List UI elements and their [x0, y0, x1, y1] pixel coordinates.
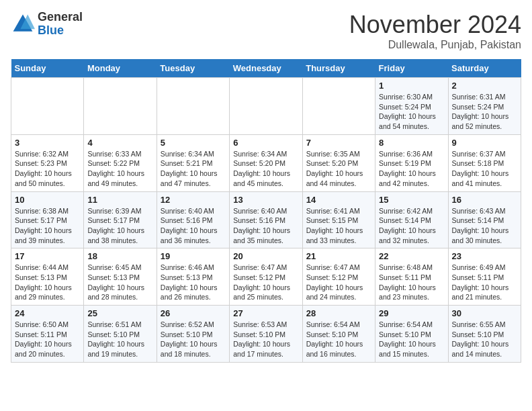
day-cell: 1Sunrise: 6:30 AMSunset: 5:24 PMDaylight… [375, 78, 448, 135]
day-number: 7 [306, 138, 371, 148]
day-number: 18 [87, 251, 152, 261]
day-cell: 5Sunrise: 6:34 AMSunset: 5:21 PMDaylight… [157, 134, 229, 191]
day-info: Sunrise: 6:54 AMSunset: 5:10 PMDaylight:… [379, 320, 444, 359]
day-cell: 22Sunrise: 6:48 AMSunset: 5:11 PMDayligh… [375, 248, 448, 306]
day-number: 14 [306, 195, 371, 205]
title-block: November 2024 Dullewala, Punjab, Pakista… [349, 11, 521, 51]
day-cell: 25Sunrise: 6:51 AMSunset: 5:10 PMDayligh… [84, 306, 157, 363]
day-cell: 17Sunrise: 6:44 AMSunset: 5:13 PMDayligh… [11, 248, 84, 306]
day-info: Sunrise: 6:34 AMSunset: 5:21 PMDaylight:… [161, 149, 226, 189]
day-cell: 28Sunrise: 6:54 AMSunset: 5:10 PMDayligh… [302, 306, 375, 363]
day-cell: 11Sunrise: 6:39 AMSunset: 5:17 PMDayligh… [84, 191, 157, 248]
day-cell [302, 78, 375, 135]
logo-blue: Blue [38, 24, 64, 37]
day-info: Sunrise: 6:36 AMSunset: 5:19 PMDaylight:… [379, 149, 444, 189]
day-info: Sunrise: 6:40 AMSunset: 5:16 PMDaylight:… [161, 206, 226, 246]
day-cell [11, 78, 84, 135]
day-number: 20 [233, 251, 298, 261]
day-cell: 21Sunrise: 6:47 AMSunset: 5:12 PMDayligh… [302, 248, 375, 306]
day-number: 8 [379, 138, 444, 148]
day-info: Sunrise: 6:43 AMSunset: 5:14 PMDaylight:… [452, 206, 517, 246]
day-info: Sunrise: 6:39 AMSunset: 5:17 PMDaylight:… [87, 206, 152, 246]
day-number: 3 [15, 138, 80, 148]
day-cell: 13Sunrise: 6:40 AMSunset: 5:16 PMDayligh… [230, 191, 302, 248]
logo-text: General Blue [38, 11, 83, 38]
header-row: SundayMondayTuesdayWednesdayThursdayFrid… [11, 59, 521, 78]
day-cell: 19Sunrise: 6:46 AMSunset: 5:13 PMDayligh… [157, 248, 229, 306]
day-number: 24 [15, 308, 80, 318]
day-info: Sunrise: 6:49 AMSunset: 5:11 PMDaylight:… [452, 263, 517, 302]
day-info: Sunrise: 6:34 AMSunset: 5:20 PMDaylight:… [233, 149, 298, 189]
day-number: 17 [15, 251, 80, 261]
day-info: Sunrise: 6:54 AMSunset: 5:10 PMDaylight:… [306, 320, 371, 359]
day-number: 2 [452, 81, 517, 91]
month-title: November 2024 [349, 11, 521, 39]
day-cell: 16Sunrise: 6:43 AMSunset: 5:14 PMDayligh… [448, 191, 521, 248]
day-number: 26 [161, 308, 226, 318]
day-cell: 3Sunrise: 6:32 AMSunset: 5:23 PMDaylight… [11, 134, 84, 191]
week-row-5: 24Sunrise: 6:50 AMSunset: 5:11 PMDayligh… [11, 306, 521, 363]
day-number: 21 [306, 251, 371, 261]
day-number: 19 [161, 251, 226, 261]
day-info: Sunrise: 6:52 AMSunset: 5:10 PMDaylight:… [161, 320, 226, 359]
day-info: Sunrise: 6:50 AMSunset: 5:11 PMDaylight:… [15, 320, 80, 359]
day-cell: 9Sunrise: 6:37 AMSunset: 5:18 PMDaylight… [448, 134, 521, 191]
day-cell: 29Sunrise: 6:54 AMSunset: 5:10 PMDayligh… [375, 306, 448, 363]
day-info: Sunrise: 6:51 AMSunset: 5:10 PMDaylight:… [87, 320, 152, 359]
day-number: 11 [87, 195, 152, 205]
day-number: 5 [161, 138, 226, 148]
day-number: 25 [87, 308, 152, 318]
week-row-4: 17Sunrise: 6:44 AMSunset: 5:13 PMDayligh… [11, 248, 521, 306]
day-cell: 4Sunrise: 6:33 AMSunset: 5:22 PMDaylight… [84, 134, 157, 191]
week-row-1: 1Sunrise: 6:30 AMSunset: 5:24 PMDaylight… [11, 78, 521, 135]
day-info: Sunrise: 6:44 AMSunset: 5:13 PMDaylight:… [15, 263, 80, 302]
day-cell: 8Sunrise: 6:36 AMSunset: 5:19 PMDaylight… [375, 134, 448, 191]
column-header-thursday: Thursday [302, 59, 375, 78]
logo-icon [11, 12, 35, 36]
day-cell: 26Sunrise: 6:52 AMSunset: 5:10 PMDayligh… [157, 306, 229, 363]
column-header-saturday: Saturday [448, 59, 521, 78]
page-header: General Blue November 2024 Dullewala, Pu… [11, 11, 521, 51]
day-cell: 7Sunrise: 6:35 AMSunset: 5:20 PMDaylight… [302, 134, 375, 191]
day-number: 13 [233, 195, 298, 205]
column-header-sunday: Sunday [11, 59, 84, 78]
day-cell [84, 78, 157, 135]
day-number: 4 [87, 138, 152, 148]
column-header-friday: Friday [375, 59, 448, 78]
day-number: 29 [379, 308, 444, 318]
day-number: 23 [452, 251, 517, 261]
day-cell: 30Sunrise: 6:55 AMSunset: 5:10 PMDayligh… [448, 306, 521, 363]
day-cell [157, 78, 229, 135]
week-row-3: 10Sunrise: 6:38 AMSunset: 5:17 PMDayligh… [11, 191, 521, 248]
day-info: Sunrise: 6:47 AMSunset: 5:12 PMDaylight:… [306, 263, 371, 302]
day-number: 16 [452, 195, 517, 205]
day-info: Sunrise: 6:42 AMSunset: 5:14 PMDaylight:… [379, 206, 444, 246]
day-info: Sunrise: 6:40 AMSunset: 5:16 PMDaylight:… [233, 206, 298, 246]
day-info: Sunrise: 6:32 AMSunset: 5:23 PMDaylight:… [15, 149, 80, 189]
day-cell: 20Sunrise: 6:47 AMSunset: 5:12 PMDayligh… [230, 248, 302, 306]
day-info: Sunrise: 6:55 AMSunset: 5:10 PMDaylight:… [452, 320, 517, 359]
day-info: Sunrise: 6:38 AMSunset: 5:17 PMDaylight:… [15, 206, 80, 246]
day-number: 27 [233, 308, 298, 318]
day-number: 10 [15, 195, 80, 205]
day-number: 28 [306, 308, 371, 318]
day-info: Sunrise: 6:31 AMSunset: 5:24 PMDaylight:… [452, 92, 517, 132]
day-cell: 24Sunrise: 6:50 AMSunset: 5:11 PMDayligh… [11, 306, 84, 363]
day-number: 9 [452, 138, 517, 148]
logo: General Blue [11, 11, 83, 38]
day-cell: 27Sunrise: 6:53 AMSunset: 5:10 PMDayligh… [230, 306, 302, 363]
day-info: Sunrise: 6:35 AMSunset: 5:20 PMDaylight:… [306, 149, 371, 189]
day-cell: 2Sunrise: 6:31 AMSunset: 5:24 PMDaylight… [448, 78, 521, 135]
calendar-table: SundayMondayTuesdayWednesdayThursdayFrid… [11, 59, 521, 363]
day-cell: 12Sunrise: 6:40 AMSunset: 5:16 PMDayligh… [157, 191, 229, 248]
day-number: 12 [161, 195, 226, 205]
day-info: Sunrise: 6:48 AMSunset: 5:11 PMDaylight:… [379, 263, 444, 302]
day-info: Sunrise: 6:41 AMSunset: 5:15 PMDaylight:… [306, 206, 371, 246]
day-cell: 23Sunrise: 6:49 AMSunset: 5:11 PMDayligh… [448, 248, 521, 306]
week-row-2: 3Sunrise: 6:32 AMSunset: 5:23 PMDaylight… [11, 134, 521, 191]
day-info: Sunrise: 6:46 AMSunset: 5:13 PMDaylight:… [161, 263, 226, 302]
day-number: 15 [379, 195, 444, 205]
column-header-wednesday: Wednesday [230, 59, 302, 78]
day-number: 30 [452, 308, 517, 318]
day-cell: 6Sunrise: 6:34 AMSunset: 5:20 PMDaylight… [230, 134, 302, 191]
